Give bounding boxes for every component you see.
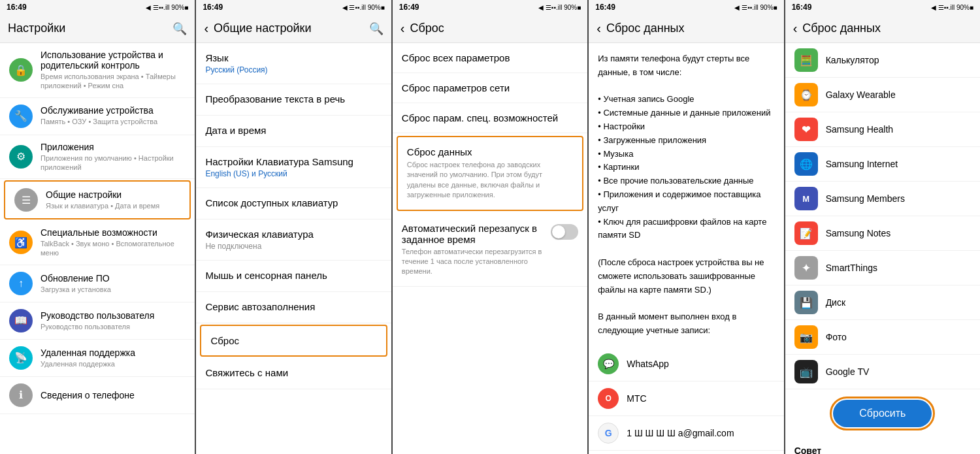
back-icon-5[interactable]: ‹ xyxy=(793,21,798,36)
photo-name: Фото xyxy=(826,332,847,342)
reset-item-nav[interactable]: Сброс xyxy=(200,325,387,357)
top-bar-1: Настройки 🔍 xyxy=(0,14,195,43)
service-title: Обслуживание устройства xyxy=(41,105,186,116)
app-samsung-internet: 🌐 Samsung Internet xyxy=(785,147,980,182)
physical-keyboard-subtitle: Не подключена xyxy=(205,242,382,251)
account-whatsapp: 💬 WhatsApp xyxy=(589,347,783,381)
search-icon-1[interactable]: 🔍 xyxy=(172,22,187,36)
usage-icon: 🔒 xyxy=(9,58,33,82)
reset-data-item[interactable]: Сброс данных Сброс настроек телефона до … xyxy=(397,136,583,211)
info-item-8: • Ключ для расшифровки файлов на карте п… xyxy=(598,217,766,240)
reset-button[interactable]: Сбросить xyxy=(833,400,932,427)
top-bar-5: ‹ Сброс данных xyxy=(785,14,980,43)
auto-restart-title: Автоматический перезапуск в заданное вре… xyxy=(402,223,546,245)
reset-network-params[interactable]: Сброс параметров сети xyxy=(393,73,587,103)
google-name: 1 Ш Ш Ш Ш а@gmail.com xyxy=(627,428,734,438)
google-tv-name: Google TV xyxy=(826,366,870,377)
reset-accessibility-title: Сброс парам. спец. возможностей xyxy=(402,112,578,123)
back-icon-4[interactable]: ‹ xyxy=(596,21,601,36)
tip-section: Совет Вы можете использовать Smart Switc… xyxy=(785,438,980,454)
settings-item-about[interactable]: ℹ Сведения о телефоне xyxy=(0,377,195,414)
auto-restart-toggle[interactable] xyxy=(551,224,578,240)
top-bar-4: ‹ Сброс данных xyxy=(589,14,783,43)
info-item-3: • Загруженные приложения xyxy=(598,135,706,145)
remote-subtitle: Удаленная поддержка xyxy=(41,359,186,368)
phone-2: 16:49 ◀ ☰▪▪.ill 90%■ ‹ Общие настройки 🔍… xyxy=(196,0,392,454)
mts-icon: О xyxy=(598,388,619,409)
settings-item-usage[interactable]: 🔒 Использование устройства и родительски… xyxy=(0,43,195,98)
whatsapp-icon: 💬 xyxy=(598,353,619,374)
physical-keyboard-item[interactable]: Физическая клавиатура Не подключена xyxy=(196,219,391,261)
autofill-title: Сервис автозаполнения xyxy=(205,301,382,312)
info-item-5: • Картинки xyxy=(598,162,639,172)
time-5: 16:49 xyxy=(792,3,812,12)
service-subtitle: Память • ОЗУ • Защита устройства xyxy=(41,117,186,126)
info-item-6: • Все прочие пользовательские данные xyxy=(598,176,753,186)
back-icon-3[interactable]: ‹ xyxy=(400,21,405,36)
keyboard-title: Настройки Клавиатура Samsung xyxy=(205,156,382,167)
settings-item-manual[interactable]: 📖 Руководство пользователя Руководство п… xyxy=(0,302,195,340)
keyboard-list-title: Список доступных клавиатур xyxy=(205,197,382,208)
keyboard-list-item[interactable]: Список доступных клавиатур xyxy=(196,188,391,219)
status-bar-4: 16:49 ◀ ☰▪▪.ill 90%■ xyxy=(589,0,783,14)
app-disk: 💾 Диск xyxy=(785,285,980,320)
screen3-title: Сброс xyxy=(410,22,580,35)
samsung-notes-icon: 📝 xyxy=(794,221,818,245)
settings-item-remote[interactable]: 📡 Удаленная поддержка Удаленная поддержк… xyxy=(0,340,195,377)
reset-all-title: Сброс всех параметров xyxy=(402,52,578,63)
screen5-title: Сброс данных xyxy=(802,22,972,35)
top-bar-3: ‹ Сброс xyxy=(393,14,587,43)
usage-title: Использование устройства и родительский … xyxy=(41,50,186,71)
accessibility-subtitle: TalkBack • Звук моно • Вспомогательное м… xyxy=(41,239,186,258)
about-icon: ℹ xyxy=(9,383,33,407)
reset-all-params[interactable]: Сброс всех параметров xyxy=(393,43,587,73)
lang-item[interactable]: Язык Русский (Россия) xyxy=(196,43,391,84)
tts-item[interactable]: Преобразование текста в речь xyxy=(196,84,391,116)
apps-reset-content: 🧮 Калькулятор ⌚ Galaxy Wearable ❤ Samsun… xyxy=(785,43,980,454)
app-galaxy-wearable: ⌚ Galaxy Wearable xyxy=(785,78,980,112)
app-samsung-notes: 📝 Samsung Notes xyxy=(785,216,980,251)
time-4: 16:49 xyxy=(595,3,615,12)
status-icons-1: ◀ ☰▪▪.ill 90%■ xyxy=(146,4,188,11)
settings-item-general[interactable]: ☰ Общие настройки Язык и клавиатура • Да… xyxy=(4,180,191,219)
settings-item-update[interactable]: ↑ Обновление ПО Загрузка и установка xyxy=(0,265,195,302)
phone-1: 16:49 ◀ ☰▪▪.ill 90%■ Настройки 🔍 🔒 Испол… xyxy=(0,0,196,454)
account-meet: M Meet xyxy=(589,451,783,454)
account-mts: О МТС xyxy=(589,381,783,416)
remote-title: Удаленная поддержка xyxy=(41,348,186,358)
back-icon-2[interactable]: ‹ xyxy=(204,21,208,36)
time-1: 16:49 xyxy=(7,3,27,12)
settings-item-accessibility[interactable]: ♿ Специальные возможности TalkBack • Зву… xyxy=(0,221,195,265)
screen2-title: Общие настройки xyxy=(214,22,369,35)
samsung-members-icon: M xyxy=(794,187,818,210)
disk-icon: 💾 xyxy=(794,291,818,314)
autofill-item[interactable]: Сервис автозаполнения xyxy=(196,292,391,323)
datetime-item[interactable]: Дата и время xyxy=(196,116,391,147)
info-item-4: • Музыка xyxy=(598,149,633,159)
mouse-item[interactable]: Мышь и сенсорная панель xyxy=(196,261,391,292)
general-icon: ☰ xyxy=(14,188,38,212)
app-samsung-health: ❤ Samsung Health xyxy=(785,112,980,147)
samsung-health-name: Samsung Health xyxy=(826,124,894,135)
reset-accessibility-params[interactable]: Сброс парам. спец. возможностей xyxy=(393,103,587,133)
tts-title: Преобразование текста в речь xyxy=(205,93,382,105)
status-bar-2: 16:49 ◀ ☰▪▪.ill 90%■ xyxy=(196,0,391,14)
settings-item-apps[interactable]: ⚙ Приложения Приложения по умолчанию • Н… xyxy=(0,135,195,180)
phone-3: 16:49 ◀ ☰▪▪.ill 90%■ ‹ Сброс Сброс всех … xyxy=(393,0,589,454)
app-photo: 📷 Фото xyxy=(785,320,980,355)
settings-item-service[interactable]: 🔧 Обслуживание устройства Память • ОЗУ •… xyxy=(0,98,195,135)
settings-list-1: 🔒 Использование устройства и родительски… xyxy=(0,43,195,454)
contact-item[interactable]: Свяжитесь с нами xyxy=(196,358,391,389)
settings-list-2: Язык Русский (Россия) Преобразование тек… xyxy=(196,43,391,454)
keyboard-item[interactable]: Настройки Клавиатура Samsung English (US… xyxy=(196,147,391,188)
service-icon: 🔧 xyxy=(9,105,33,128)
reset-data-desc: Сброс настроек телефона до заводских зна… xyxy=(407,160,573,201)
disk-name: Диск xyxy=(826,297,845,308)
keyboard-subtitle: English (US) и Русский xyxy=(205,169,382,178)
search-icon-2[interactable]: 🔍 xyxy=(369,22,384,36)
calculator-icon: 🧮 xyxy=(794,48,818,72)
datetime-title: Дата и время xyxy=(205,125,382,136)
manual-subtitle: Руководство пользователя xyxy=(41,322,186,331)
status-icons-5: ◀ ☰▪▪.ill 90%■ xyxy=(931,4,973,11)
samsung-health-icon: ❤ xyxy=(794,118,818,141)
